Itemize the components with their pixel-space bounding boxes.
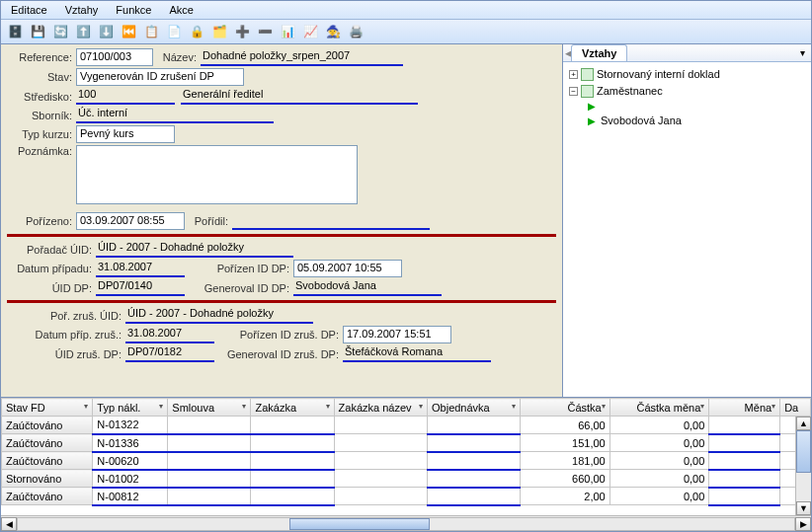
cell-cm[interactable]: 0,00 — [609, 417, 709, 434]
menu-vztahy[interactable]: Vztahy — [61, 3, 103, 17]
field-poradac-uid[interactable]: ÚID - 2007 - Dohadné položky — [96, 241, 293, 258]
menu-editace[interactable]: Editace — [7, 3, 51, 17]
tool-first-icon[interactable]: ⏮️ — [119, 22, 138, 41]
cell-cast[interactable]: 151,00 — [521, 434, 609, 452]
tool-archive-icon[interactable]: 🗄️ — [5, 22, 25, 41]
field-porizeno[interactable]: 03.09.2007 08:55 — [76, 212, 185, 230]
scroll-thumb[interactable] — [289, 518, 429, 530]
tab-prev-icon[interactable]: ◀ — [563, 48, 567, 58]
cell-men[interactable] — [709, 452, 780, 470]
cell-typ[interactable]: N-00620 — [93, 452, 168, 470]
field-poridil[interactable] — [232, 213, 430, 230]
field-porizen-idzrus[interactable]: 17.09.2007 15:51 — [343, 326, 451, 343]
col-sml[interactable]: Smlouva▾ — [168, 399, 251, 417]
cell-stav[interactable]: Zaúčtováno — [2, 434, 93, 452]
field-porzrus-uid[interactable]: ÚID - 2007 - Dohadné položky — [125, 307, 313, 324]
tool-copy-icon[interactable]: 📋 — [141, 22, 161, 41]
tree-node-svobodova[interactable]: ▶ Svobodová Jana — [585, 113, 805, 129]
tool-up-icon[interactable]: ⬆️ — [73, 22, 93, 41]
col-zak[interactable]: Zakázka▾ — [251, 399, 334, 417]
field-stredisko-code[interactable]: 100 — [76, 88, 175, 105]
cell-cm[interactable]: 0,00 — [609, 470, 709, 488]
cell-zakn[interactable] — [334, 417, 427, 434]
cell-typ[interactable]: N-01322 — [93, 417, 168, 434]
cell-obj[interactable] — [428, 470, 521, 488]
field-typkurzu[interactable]: Pevný kurs — [76, 125, 175, 143]
scroll-down-icon[interactable]: ▼ — [796, 501, 811, 515]
cell-cast[interactable]: 66,00 — [521, 417, 609, 434]
cell-sml[interactable] — [168, 452, 251, 470]
field-reference[interactable]: 07100/003 — [76, 48, 153, 66]
table-row[interactable]: ZaúčtovánoN-00620181,000,00 — [2, 452, 811, 470]
cell-zakn[interactable] — [334, 470, 427, 488]
cell-stav[interactable]: Zaúčtováno — [2, 452, 93, 470]
cell-zak[interactable] — [251, 488, 334, 505]
field-generoval-iddp[interactable]: Svobodová Jana — [293, 279, 442, 296]
cell-typ[interactable]: N-01336 — [93, 434, 168, 452]
table-row[interactable]: ZaúčtovánoN-0132266,000,00 — [2, 417, 811, 434]
cell-stav[interactable]: Zaúčtováno — [2, 488, 93, 505]
field-datum-pripadu[interactable]: 31.08.2007 — [96, 261, 185, 277]
tool-wizard-icon[interactable]: 🧙 — [323, 22, 343, 41]
tree-node-stornovany[interactable]: + Stornovaný interní doklad — [569, 66, 805, 83]
col-men[interactable]: Měna▾ — [709, 399, 780, 417]
field-porizen-iddp[interactable]: 05.09.2007 10:55 — [293, 260, 402, 277]
horizontal-scrollbar[interactable]: ◀ ▶ — [1, 515, 811, 531]
collapse-icon[interactable]: − — [569, 87, 578, 96]
cell-stav[interactable]: Stornováno — [2, 470, 93, 488]
cell-sml[interactable] — [168, 488, 251, 505]
cell-zak[interactable] — [251, 452, 334, 470]
col-stav[interactable]: Stav FD▾ — [2, 399, 93, 417]
scroll-right-icon[interactable]: ▶ — [795, 517, 811, 531]
tool-report2-icon[interactable]: 📈 — [300, 22, 320, 41]
cell-obj[interactable] — [428, 417, 521, 434]
cell-zak[interactable] — [251, 417, 334, 434]
cell-men[interactable] — [709, 434, 780, 452]
table-row[interactable]: StornovánoN-01002660,000,00 — [2, 470, 811, 488]
cell-sml[interactable] — [168, 470, 251, 488]
cell-obj[interactable] — [428, 452, 521, 470]
tool-paste-icon[interactable]: 📄 — [164, 22, 184, 41]
cell-sml[interactable] — [168, 434, 251, 452]
col-da[interactable]: Da — [780, 399, 811, 417]
field-nazev[interactable]: Dohadné položky_srpen_2007 — [201, 49, 403, 66]
table-row[interactable]: ZaúčtovánoN-01336151,000,00 — [2, 434, 811, 452]
tool-lock-icon[interactable]: 🔒 — [187, 22, 206, 41]
menu-akce[interactable]: Akce — [165, 3, 197, 17]
scroll-thumb[interactable] — [796, 430, 811, 473]
menu-funkce[interactable]: Funkce — [112, 3, 155, 17]
scroll-up-icon[interactable]: ▲ — [796, 417, 811, 430]
tab-vztahy[interactable]: Vztahy — [571, 44, 627, 61]
col-typ[interactable]: Typ nákl.▾ — [93, 399, 168, 417]
cell-obj[interactable] — [428, 488, 521, 505]
cell-stav[interactable]: Zaúčtováno — [2, 417, 93, 434]
cell-zakn[interactable] — [334, 452, 427, 470]
tool-add-icon[interactable]: ➕ — [232, 22, 252, 41]
cell-obj[interactable] — [428, 434, 521, 452]
tool-print-icon[interactable]: 🖨️ — [346, 22, 365, 41]
col-cm[interactable]: Částka měna▾ — [609, 399, 709, 417]
field-generoval-idzrus[interactable]: Štefáčková Romana — [343, 345, 491, 362]
cell-typ[interactable]: N-00812 — [93, 488, 168, 505]
tool-remove-icon[interactable]: ➖ — [255, 22, 275, 41]
tree-node-zamestnanec[interactable]: − Zaměstnanec — [569, 83, 805, 100]
cell-men[interactable] — [709, 470, 780, 488]
cell-cast[interactable]: 660,00 — [521, 470, 609, 488]
tree-node-child-arrow[interactable]: ▶ — [585, 100, 805, 113]
tool-report1-icon[interactable]: 📊 — [278, 22, 297, 41]
expand-icon[interactable]: + — [569, 70, 578, 79]
field-stredisko-name[interactable]: Generální ředitel — [181, 88, 418, 105]
field-sbornik[interactable]: Úč. interní — [76, 107, 274, 123]
cell-sml[interactable] — [168, 417, 251, 434]
col-zakn[interactable]: Zakázka název▾ — [334, 399, 427, 417]
cell-cast[interactable]: 181,00 — [521, 452, 609, 470]
tool-save-icon[interactable]: 💾 — [28, 22, 47, 41]
field-poznamka[interactable] — [76, 145, 358, 204]
cell-cast[interactable]: 2,00 — [521, 488, 609, 505]
cell-cm[interactable]: 0,00 — [609, 488, 709, 505]
tool-refresh-icon[interactable]: 🔄 — [50, 22, 70, 41]
cell-zakn[interactable] — [334, 434, 427, 452]
col-obj[interactable]: Objednávka▾ — [428, 399, 521, 417]
tool-down-icon[interactable]: ⬇️ — [96, 22, 116, 41]
cell-zak[interactable] — [251, 470, 334, 488]
